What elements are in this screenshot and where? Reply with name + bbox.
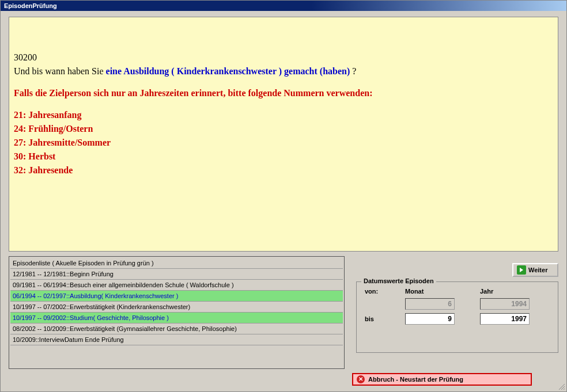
- abort-label: Abbruch - Neustart der Prüfung: [368, 376, 463, 383]
- resize-grip[interactable]: [557, 382, 565, 390]
- abort-button[interactable]: ✕ Abbruch - Neustart der Prüfung: [352, 373, 532, 386]
- question-code: 30200: [14, 52, 553, 63]
- episodes-header: Episodenliste ( Akuelle Episoden in Prüf…: [10, 258, 343, 269]
- von-year-input: [480, 298, 530, 310]
- right-column: Weiter Datumswerte Episoden von: Monat J…: [350, 256, 558, 369]
- question-suffix: ?: [350, 66, 356, 76]
- episode-row[interactable]: 10/1997 -- 07/2002::Erwerbstätigkeit (Ki…: [10, 302, 343, 313]
- von-month-input: [405, 298, 455, 310]
- app-window: EpisodenPrüfung 30200 Und bis wann haben…: [0, 0, 567, 392]
- hint-line: 30: Herbst: [14, 151, 553, 162]
- question-prefix: Und bis wann haben Sie: [14, 66, 106, 76]
- bis-label: bis: [365, 315, 388, 322]
- year-label: Jahr: [480, 288, 538, 295]
- hint-intro: Falls die Zielperson sich nur an Jahresz…: [14, 87, 553, 99]
- weiter-label: Weiter: [528, 267, 547, 273]
- svg-line-2: [564, 389, 565, 390]
- question-text: Und bis wann haben Sie eine Ausbildung (…: [14, 66, 553, 77]
- episode-row[interactable]: 10/2009::InterviewDatum Ende Prüfung: [10, 334, 343, 345]
- hint-line: 32: Jahresende: [14, 165, 553, 176]
- episodes-list: Episodenliste ( Akuelle Episoden in Prüf…: [9, 256, 345, 369]
- hint-line: 24: Frühling/Ostern: [14, 123, 553, 135]
- dates-fieldset: Datumswerte Episoden von: Monat Jahr bis: [356, 281, 558, 353]
- client-area: 30200 Und bis wann haben Sie eine Ausbil…: [1, 11, 566, 375]
- von-label: von:: [365, 288, 388, 295]
- hint-line: 21: Jahresanfang: [14, 109, 553, 121]
- episode-row[interactable]: 10/1997 -- 09/2002::Studium( Geschichte,…: [10, 313, 343, 324]
- episode-row[interactable]: 09/1981 -- 06/1994::Besuch einer allgeme…: [10, 280, 343, 291]
- arrow-right-icon: [517, 265, 526, 275]
- episode-row[interactable]: 06/1994 -- 02/1997::Ausbildung( Kinderkr…: [10, 291, 343, 302]
- bis-month-input[interactable]: [405, 313, 455, 325]
- bis-year-input[interactable]: [480, 313, 530, 325]
- month-label: Monat: [405, 288, 463, 295]
- episode-row[interactable]: 12/1981 -- 12/1981::Beginn Prüfung: [10, 269, 343, 280]
- lower-area: Episodenliste ( Akuelle Episoden in Prüf…: [9, 256, 558, 369]
- dates-legend: Datumswerte Episoden: [361, 277, 436, 284]
- episode-row[interactable]: 08/2002 -- 10/2009::Erwerbstätigkeit (Gy…: [10, 324, 343, 334]
- question-panel: 30200 Und bis wann haben Sie eine Ausbil…: [9, 17, 558, 252]
- titlebar: EpisodenPrüfung: [1, 1, 566, 11]
- window-title: EpisodenPrüfung: [4, 2, 57, 9]
- hint-line: 27: Jahresmitte/Sommer: [14, 137, 553, 149]
- cancel-icon: ✕: [357, 375, 365, 383]
- weiter-button[interactable]: Weiter: [512, 263, 558, 277]
- question-highlight: eine Ausbildung ( Kinderkrankenschwester…: [106, 66, 350, 76]
